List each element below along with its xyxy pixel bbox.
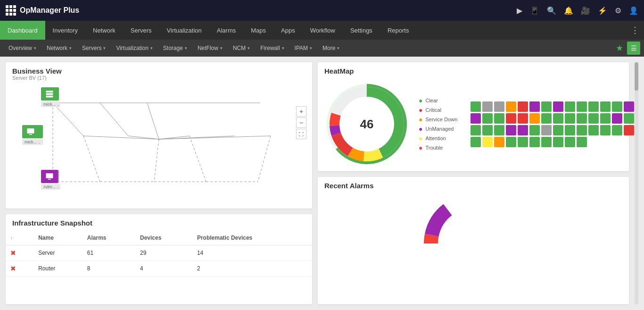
hm-cell[interactable] [577, 125, 587, 135]
hm-cell[interactable] [612, 101, 622, 112]
scrollbar-thumb[interactable] [635, 62, 638, 91]
hm-cell[interactable] [553, 113, 563, 124]
legend-attention: ● Attention [419, 134, 461, 142]
subnav-menu-button[interactable]: ☰ [627, 42, 640, 55]
hm-cell[interactable] [541, 101, 552, 112]
col-alarms[interactable]: Alarms [83, 231, 135, 245]
hm-cell[interactable] [518, 137, 528, 147]
hm-cell[interactable] [565, 125, 575, 135]
hm-cell[interactable] [494, 137, 504, 147]
hm-cell[interactable] [471, 125, 481, 135]
hm-cell[interactable] [518, 101, 528, 112]
hm-cell[interactable] [612, 125, 622, 135]
subnav-ncm[interactable]: NCM ▾ [228, 40, 255, 57]
fullscreen-button[interactable]: ⛶ [296, 129, 306, 139]
nav-dashboard[interactable]: Dashboard [0, 21, 45, 40]
zoom-out-button[interactable]: − [296, 117, 306, 128]
film-icon[interactable]: 🎥 [581, 6, 590, 15]
hm-cell[interactable] [624, 125, 634, 135]
subnav-firewall[interactable]: Firewall ▾ [256, 40, 289, 57]
nav-maps[interactable]: Maps [243, 21, 273, 40]
hm-cell[interactable] [471, 101, 481, 112]
subnav-netflow[interactable]: NetFlow ▾ [193, 40, 227, 57]
subnav-virtualization[interactable]: Virtualization ▾ [111, 40, 157, 57]
hm-cell[interactable] [506, 101, 516, 112]
mainnav-more-icon[interactable]: ⋮ [626, 25, 644, 35]
hm-cell[interactable] [506, 113, 516, 124]
col-problematic[interactable]: Problematic Devices [192, 231, 312, 245]
col-name[interactable]: Name [33, 231, 83, 245]
hm-cell[interactable] [494, 125, 504, 135]
svg-line-10 [159, 136, 234, 139]
nav-virtualization[interactable]: Virtualization [159, 21, 209, 40]
hm-cell[interactable] [612, 113, 622, 124]
hm-cell[interactable] [494, 113, 504, 124]
hm-cell[interactable] [506, 137, 516, 147]
legend-servicedown-icon: ● [419, 116, 422, 123]
settings-icon[interactable]: ⚙ [615, 6, 621, 15]
hm-cell[interactable] [588, 113, 599, 124]
nav-network[interactable]: Network [85, 21, 123, 40]
hm-cell[interactable] [600, 101, 611, 112]
hm-cell[interactable] [482, 113, 493, 124]
nav-workflow[interactable]: Workflow [303, 21, 343, 40]
nav-reports[interactable]: Reports [380, 21, 417, 40]
search-icon[interactable]: 🔍 [547, 6, 556, 15]
hm-cell[interactable] [471, 137, 481, 147]
hm-cell[interactable] [577, 137, 587, 147]
nav-servers[interactable]: Servers [123, 21, 159, 40]
subnav-servers[interactable]: Servers ▾ [77, 40, 110, 57]
nav-alarms[interactable]: Alarms [209, 21, 243, 40]
hm-cell[interactable] [588, 101, 599, 112]
hm-cell[interactable] [624, 113, 634, 124]
hm-cell[interactable] [506, 125, 516, 135]
hm-cell[interactable] [553, 101, 563, 112]
nav-inventory[interactable]: Inventory [45, 21, 85, 40]
hm-cell[interactable] [482, 101, 493, 112]
hm-cell[interactable] [553, 125, 563, 135]
bell-icon[interactable]: 🔔 [564, 6, 573, 15]
hm-cell[interactable] [600, 113, 611, 124]
nav-settings[interactable]: Settings [343, 21, 380, 40]
favorites-star-icon[interactable]: ★ [616, 43, 623, 53]
hm-cell[interactable] [529, 101, 540, 112]
hm-cell[interactable] [588, 125, 599, 135]
col-devices[interactable]: Devices [135, 231, 192, 245]
hm-cell[interactable] [541, 125, 552, 135]
headset-icon[interactable]: 📱 [530, 6, 539, 15]
subnav-more[interactable]: More ▾ [318, 40, 344, 57]
hm-cell[interactable] [518, 125, 528, 135]
hm-cell[interactable] [482, 137, 493, 147]
subnav-storage[interactable]: Storage ▾ [158, 40, 192, 57]
hm-cell[interactable] [565, 113, 575, 124]
hm-cell[interactable] [553, 137, 563, 147]
hm-cell[interactable] [600, 125, 611, 135]
hm-cell[interactable] [494, 101, 504, 112]
zoom-in-button[interactable]: + [296, 106, 306, 117]
subnav-overview[interactable]: Overview ▾ [4, 40, 41, 57]
right-scrollbar[interactable] [635, 62, 638, 304]
hm-cell[interactable] [565, 101, 575, 112]
sort-col[interactable]: ↑ [6, 231, 33, 245]
node-17[interactable]: Adm... [41, 170, 58, 190]
hm-cell[interactable] [529, 125, 540, 135]
hm-cell[interactable] [529, 137, 540, 147]
hm-cell[interactable] [518, 113, 528, 124]
hm-cell[interactable] [541, 137, 552, 147]
hm-cell[interactable] [541, 113, 552, 124]
hm-cell[interactable] [471, 113, 481, 124]
hm-cell[interactable] [482, 125, 493, 135]
hm-cell[interactable] [577, 101, 587, 112]
user-icon[interactable]: 👤 [629, 6, 638, 15]
hm-cell[interactable] [565, 137, 575, 147]
subnav-ipam[interactable]: IPAM ▾ [290, 40, 317, 57]
monitor-icon[interactable]: ▶ [517, 6, 522, 15]
node-12[interactable]: mick... [22, 125, 39, 145]
nav-apps[interactable]: Apps [273, 21, 303, 40]
subnav-network[interactable]: Network ▾ [42, 40, 76, 57]
hm-cell[interactable] [624, 101, 634, 112]
hm-cell[interactable] [529, 113, 540, 124]
hm-cell[interactable] [577, 113, 587, 124]
node-5[interactable]: mick... [41, 87, 58, 107]
plug-icon[interactable]: ⚡ [598, 6, 607, 15]
